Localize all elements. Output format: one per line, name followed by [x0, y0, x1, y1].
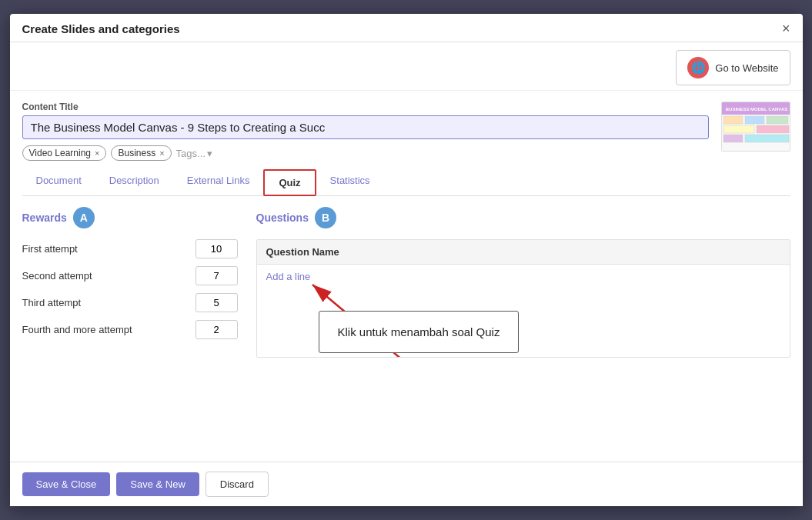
globe-icon: 🌐: [687, 57, 709, 78]
tags-dropdown[interactable]: Tags... ▾: [176, 148, 212, 159]
modal-body: Content Title Video Learning × Business …: [10, 91, 803, 462]
fourth-attempt-label: Fourth and more attempt: [22, 324, 132, 335]
content-section: Content Title Video Learning × Business …: [22, 102, 790, 161]
second-attempt-input[interactable]: [195, 266, 238, 285]
content-left: Content Title Video Learning × Business …: [22, 102, 709, 161]
tab-document[interactable]: Document: [22, 168, 95, 195]
modal-footer: Save & Close Save & New Discard: [10, 462, 803, 506]
tabs-row: Document Description External Links Quiz…: [22, 168, 790, 196]
svg-rect-8: [723, 135, 743, 142]
content-title-label: Content Title: [22, 102, 709, 112]
fourth-attempt-row: Fourth and more attempt: [22, 320, 238, 339]
rewards-title: Rewards: [22, 212, 67, 224]
modal: Create Slides and categories × 🌐 Go to W…: [10, 14, 803, 506]
tooltip-text: Klik untuk menambah soal Quiz: [338, 325, 500, 338]
tag-video-learning-remove[interactable]: ×: [95, 148, 99, 158]
svg-rect-5: [767, 116, 788, 124]
tab-statistics[interactable]: Statistics: [316, 168, 384, 195]
top-bar: 🌐 Go to Website: [10, 42, 803, 91]
rewards-badge: A: [73, 207, 95, 228]
main-content: Rewards A First attempt Second attempt T…: [22, 207, 790, 451]
questions-table-header: Question Name: [257, 240, 790, 265]
tag-business: Business ×: [111, 145, 171, 161]
svg-text:BUSINESS MODEL CANVAS: BUSINESS MODEL CANVAS: [725, 107, 787, 112]
questions-header: Questions B: [256, 207, 790, 228]
first-attempt-label: First attempt: [22, 243, 78, 255]
tags-row: Video Learning × Business × Tags... ▾: [22, 145, 709, 161]
questions-table-body: Add a line: [257, 265, 790, 357]
tab-external-links[interactable]: External Links: [173, 168, 264, 195]
second-attempt-label: Second attempt: [22, 270, 92, 282]
question-name-column: Question Name: [266, 246, 339, 258]
rewards-section: Rewards A First attempt Second attempt T…: [22, 207, 238, 451]
chevron-down-icon: ▾: [207, 148, 212, 159]
tag-video-learning: Video Learning ×: [22, 145, 107, 161]
tooltip-box: Klik untuk menambah soal Quiz: [319, 311, 520, 353]
svg-rect-3: [723, 116, 743, 124]
close-button[interactable]: ×: [782, 22, 790, 35]
questions-table: Question Name Add a line: [256, 239, 790, 358]
tab-quiz[interactable]: Quiz: [263, 169, 316, 196]
second-attempt-row: Second attempt: [22, 266, 238, 285]
questions-title: Questions: [256, 212, 309, 224]
first-attempt-row: First attempt: [22, 239, 238, 258]
content-title-input[interactable]: [22, 115, 709, 139]
tag-business-label: Business: [118, 148, 155, 158]
first-attempt-input[interactable]: [195, 239, 238, 258]
svg-rect-7: [757, 125, 789, 133]
third-attempt-input[interactable]: [195, 293, 238, 312]
go-to-website-button[interactable]: 🌐 Go to Website: [676, 50, 790, 85]
modal-overlay: Create Slides and categories × 🌐 Go to W…: [0, 0, 812, 520]
tab-description[interactable]: Description: [95, 168, 173, 195]
tag-business-remove[interactable]: ×: [159, 148, 164, 158]
go-to-website-label: Go to Website: [715, 62, 778, 74]
add-a-line-button[interactable]: Add a line: [257, 265, 790, 288]
modal-title: Create Slides and categories: [22, 22, 180, 35]
svg-rect-6: [723, 125, 754, 133]
svg-rect-9: [745, 135, 789, 142]
modal-header: Create Slides and categories ×: [10, 14, 803, 42]
fourth-attempt-input[interactable]: [195, 320, 238, 339]
discard-button[interactable]: Discard: [206, 472, 269, 497]
questions-badge: B: [315, 207, 336, 228]
third-attempt-row: Third attempt: [22, 293, 238, 312]
svg-rect-4: [745, 116, 764, 124]
content-thumbnail: BUSINESS MODEL CANVAS: [721, 102, 790, 152]
save-close-button[interactable]: Save & Close: [22, 472, 111, 496]
third-attempt-label: Third attempt: [22, 297, 82, 308]
rewards-header: Rewards A: [22, 207, 238, 228]
questions-section: Questions B Question Name Add a line: [256, 207, 790, 451]
tag-video-learning-label: Video Learning: [29, 148, 92, 158]
tags-placeholder: Tags...: [176, 148, 206, 159]
save-new-button[interactable]: Save & New: [116, 472, 199, 496]
